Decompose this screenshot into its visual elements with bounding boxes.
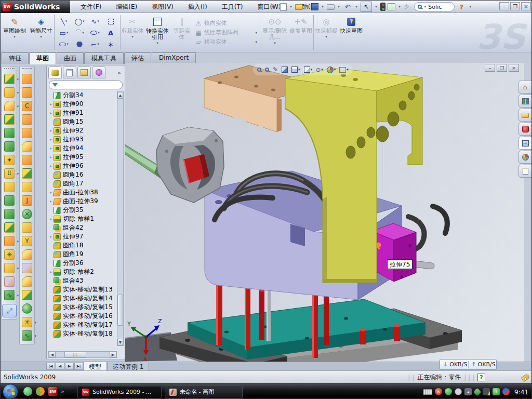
task-list-icon[interactable] bbox=[388, 3, 395, 10]
slot-tool[interactable]: ▾ bbox=[56, 38, 72, 50]
solidworks-resources-tab[interactable]: ⌂ bbox=[518, 81, 532, 94]
feature-icon-9[interactable] bbox=[4, 182, 15, 192]
expand-arrow-icon[interactable]: ▸ bbox=[48, 128, 54, 133]
zoom-to-selection-icon[interactable]: ✎ bbox=[273, 66, 278, 73]
scroll-thumb[interactable] bbox=[117, 295, 123, 326]
configurationmanager-tab[interactable] bbox=[77, 66, 91, 78]
tree-item-extrude95[interactable]: ▸拉伸95 bbox=[48, 153, 125, 162]
tree-item-cutloft1[interactable]: ▸切除-放样1 bbox=[48, 215, 125, 223]
search-tray-icon[interactable] bbox=[455, 388, 462, 395]
tree-item-extrude90[interactable]: ▸拉伸90 bbox=[48, 100, 125, 109]
tree-item-split35[interactable]: 分割35 bbox=[48, 206, 125, 215]
surface-icon-16[interactable] bbox=[22, 276, 32, 287]
trim-entities-button[interactable]: ✂ 剪裁实体▾ bbox=[121, 13, 144, 52]
doc-minimize-button[interactable]: – bbox=[485, 64, 495, 72]
taskbar-window-paint[interactable]: 未命名 - 画图 bbox=[165, 385, 243, 398]
tree-item-extrude96[interactable]: ▸拉伸96 bbox=[48, 162, 125, 170]
solidworks-quicklaunch-icon[interactable]: SW bbox=[48, 387, 57, 396]
tab-sketch[interactable]: 草图 bbox=[29, 52, 56, 64]
zoom-to-area-icon[interactable] bbox=[265, 68, 269, 72]
feature-icon-10[interactable] bbox=[4, 195, 15, 206]
close-button[interactable]: × bbox=[521, 2, 531, 10]
search-input[interactable]: ▾ Solic bbox=[414, 2, 455, 11]
move-entities-button[interactable]: ▱ 移动实体▾ bbox=[195, 38, 257, 46]
section-view-icon[interactable] bbox=[282, 66, 288, 73]
health-tray-icon[interactable]: + bbox=[493, 388, 500, 395]
tab-surfaces[interactable]: 曲面 bbox=[57, 52, 84, 64]
feature-icon-4[interactable] bbox=[4, 114, 15, 125]
tag-icon[interactable] bbox=[521, 373, 530, 382]
feature-icon-15[interactable] bbox=[4, 263, 15, 273]
tree-item-movecopy13[interactable]: 实体-移动/复制13 bbox=[48, 285, 125, 294]
feature-icon-16[interactable] bbox=[4, 276, 15, 287]
surface-icon-17[interactable] bbox=[22, 290, 32, 300]
arc-tool[interactable]: ⌒▾ bbox=[72, 27, 87, 38]
hide-show-items-icon[interactable]: ⊙▾ bbox=[316, 66, 323, 73]
scroll-left-arrow[interactable]: ◀ bbox=[49, 352, 56, 357]
text-tool[interactable]: A bbox=[103, 27, 118, 38]
rapid-sketch-button[interactable]: 快速草图 bbox=[338, 13, 364, 52]
tree-item-extrude93[interactable]: ▸拉伸93 bbox=[48, 135, 125, 144]
expand-arrow-icon[interactable]: ▸ bbox=[48, 146, 54, 151]
feature-icon-17[interactable]: ∿ bbox=[4, 290, 15, 300]
surface-icon-8[interactable] bbox=[22, 168, 32, 179]
expand-arrow-icon[interactable]: ▸ bbox=[48, 137, 54, 142]
surface-icon-19[interactable]: ✳ bbox=[22, 317, 32, 327]
taskbar-clock[interactable]: 9:41 bbox=[514, 389, 528, 396]
feature-icon-3[interactable] bbox=[4, 101, 15, 111]
feature-icon-12[interactable] bbox=[4, 222, 15, 233]
repair-sketch-button[interactable]: +✎ 修复草图 bbox=[289, 13, 313, 52]
feature-icon-2[interactable] bbox=[4, 87, 15, 98]
save-icon[interactable] bbox=[311, 3, 318, 10]
expand-arrow-icon[interactable]: ▸ bbox=[48, 270, 54, 274]
start-button[interactable] bbox=[3, 384, 18, 399]
sketch-fillet-tool[interactable]: ⌐▾ bbox=[87, 38, 103, 50]
tree-item-movecopy17[interactable]: 实体-移动/复制17 bbox=[48, 321, 125, 329]
protection-tray-icon[interactable] bbox=[445, 388, 452, 395]
traffic-light-icon[interactable] bbox=[380, 3, 385, 11]
surface-icon-9[interactable] bbox=[22, 182, 32, 192]
custom-properties-tab[interactable] bbox=[518, 165, 532, 178]
rectangle-tool[interactable]: ▭▾ bbox=[56, 27, 72, 38]
panel-tabs-overflow[interactable]: » bbox=[117, 70, 123, 78]
circle-tool[interactable]: ◯▾ bbox=[72, 16, 87, 27]
view-orientation-icon[interactable]: ▾ bbox=[291, 66, 300, 73]
tree-item-split36[interactable]: 分割36 bbox=[48, 259, 125, 268]
expand-arrow-icon[interactable]: ▸ bbox=[48, 102, 54, 107]
tab-features[interactable]: 特征 bbox=[2, 52, 29, 64]
tree-item-fillet19[interactable]: 圆角19 bbox=[48, 250, 125, 259]
appearances-tab[interactable] bbox=[518, 151, 532, 164]
tree-item-fillet18[interactable]: 圆角18 bbox=[48, 241, 125, 250]
offset-entities-button[interactable]: ∥ 等距实体 bbox=[171, 13, 193, 52]
last-tab-button[interactable]: ▶| bbox=[74, 363, 83, 370]
toolbar-drag-handle[interactable] bbox=[22, 68, 32, 71]
surface-icon-10[interactable]: J bbox=[22, 195, 32, 206]
tab-dimxpert[interactable]: DimXpert bbox=[152, 52, 196, 64]
feature-icon-6[interactable] bbox=[4, 141, 15, 152]
network-warning-tray-icon[interactable] bbox=[483, 388, 490, 395]
tree-item-surface-extrude38[interactable]: ▸曲面-拉伸38 bbox=[48, 188, 125, 197]
line-tool[interactable]: ╲▾ bbox=[56, 16, 72, 27]
menu-insert[interactable]: 插入(I) bbox=[181, 3, 215, 11]
propertymanager-tab[interactable] bbox=[63, 66, 76, 78]
polygon-tool[interactable] bbox=[72, 38, 87, 50]
messenger-quicklaunch-icon[interactable] bbox=[23, 387, 32, 396]
tree-item-extrude91[interactable]: ▸拉伸91 bbox=[48, 109, 125, 117]
quick-snaps-button[interactable]: ◎ 快速捕捉▾ bbox=[314, 13, 338, 52]
scroll-down-arrow[interactable]: ▼ bbox=[117, 339, 123, 345]
doc-restore-button[interactable]: ❐ bbox=[497, 64, 507, 72]
tree-item-movecopy18[interactable]: 实体-移动/复制18 bbox=[48, 329, 125, 338]
tree-item-extrude94[interactable]: ▸拉伸94 bbox=[48, 144, 125, 153]
tree-item-fillet15[interactable]: 圆角15 bbox=[48, 117, 125, 126]
gray-clamp-assembly[interactable] bbox=[125, 127, 224, 203]
tree-item-movecopy16[interactable]: 实体-移动/复制16 bbox=[48, 312, 125, 321]
surface-icon-20[interactable]: ∿ bbox=[22, 330, 32, 341]
next-tab-button[interactable]: ▶ bbox=[65, 363, 74, 370]
media-quicklaunch-icon[interactable] bbox=[36, 387, 45, 396]
surface-icon-12[interactable] bbox=[22, 222, 32, 233]
surface-icon-13[interactable]: Y bbox=[22, 236, 32, 246]
surface-icon-7[interactable] bbox=[22, 155, 32, 165]
spline-tool[interactable]: ∿▾ bbox=[87, 16, 103, 27]
tree-item-movecopy15[interactable]: 实体-移动/复制15 bbox=[48, 303, 125, 312]
surface-icon-5[interactable] bbox=[22, 128, 32, 138]
